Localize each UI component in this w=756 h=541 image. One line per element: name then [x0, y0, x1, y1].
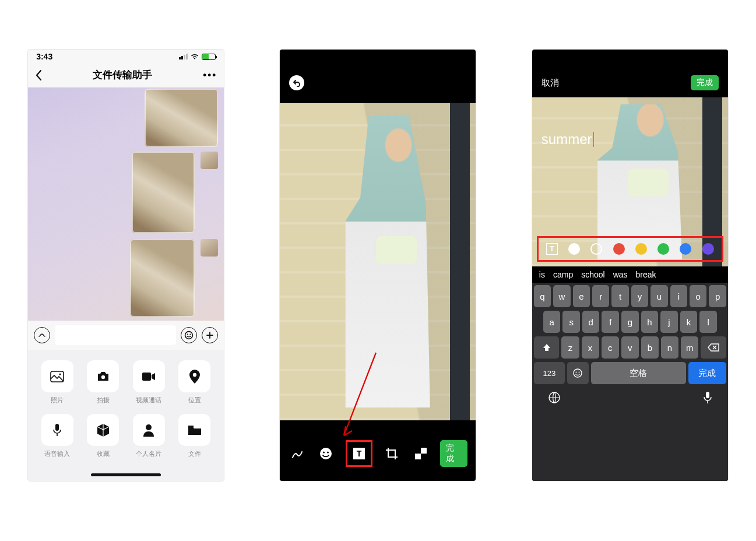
key-e[interactable]: e: [573, 285, 590, 307]
svg-point-22: [579, 372, 580, 373]
back-button[interactable]: [35, 69, 42, 81]
emoji-tool[interactable]: [317, 444, 335, 463]
key-i[interactable]: i: [670, 285, 687, 307]
camera-icon: [87, 360, 119, 392]
key-t[interactable]: t: [611, 285, 628, 307]
color-blue[interactable]: [680, 243, 691, 255]
key-o[interactable]: o: [690, 285, 706, 307]
svg-point-13: [323, 452, 325, 454]
key-n[interactable]: n: [661, 336, 678, 359]
space-key[interactable]: 空格: [591, 362, 686, 384]
draw-tool[interactable]: [288, 444, 306, 463]
attach-label: 位置: [188, 396, 201, 405]
color-black[interactable]: [590, 243, 602, 255]
cube-icon: [87, 414, 119, 446]
key-c[interactable]: c: [602, 336, 619, 359]
key-u[interactable]: u: [650, 285, 667, 307]
suggestion[interactable]: was: [613, 270, 628, 279]
more-button[interactable]: •••: [203, 69, 217, 81]
crop-tool[interactable]: [383, 444, 401, 463]
phone-text-input-editor: 取消 完成 summer T is camp school was break …: [532, 50, 728, 481]
editor-header: [280, 50, 476, 103]
key-l[interactable]: l: [699, 311, 717, 333]
suggestion[interactable]: camp: [553, 270, 573, 279]
key-j[interactable]: j: [660, 311, 678, 333]
emoji-button[interactable]: [181, 327, 197, 343]
plus-button[interactable]: [202, 327, 218, 343]
svg-rect-8: [55, 424, 59, 431]
text-input[interactable]: [55, 325, 176, 345]
message-image[interactable]: [145, 89, 218, 147]
key-x[interactable]: x: [582, 336, 599, 359]
globe-key[interactable]: [548, 391, 561, 404]
color-purple[interactable]: [702, 243, 714, 255]
text-editor-canvas[interactable]: summer T: [532, 97, 728, 266]
message-image[interactable]: [132, 152, 218, 233]
backspace-key[interactable]: [701, 336, 726, 359]
done-button[interactable]: 完成: [440, 440, 467, 467]
key-m[interactable]: m: [681, 336, 698, 359]
emoji-key[interactable]: [567, 362, 589, 384]
attach-favorites[interactable]: 收藏: [86, 414, 121, 458]
key-w[interactable]: w: [553, 285, 570, 307]
svg-rect-19: [421, 454, 427, 459]
avatar[interactable]: [201, 152, 218, 169]
avatar[interactable]: [201, 239, 218, 257]
editor-toolbar: T 完成: [280, 432, 476, 481]
typed-text[interactable]: summer: [541, 131, 595, 147]
color-yellow[interactable]: [635, 243, 647, 255]
text-tool[interactable]: T: [350, 444, 368, 463]
attach-camera[interactable]: 拍摄: [86, 360, 121, 405]
mosaic-tool[interactable]: [412, 444, 430, 463]
key-g[interactable]: g: [621, 311, 639, 333]
number-key[interactable]: 123: [534, 362, 565, 384]
attach-video-call[interactable]: 视频通话: [131, 360, 167, 405]
undo-button[interactable]: [289, 75, 304, 90]
suggestion[interactable]: school: [581, 270, 604, 279]
person-icon: [133, 414, 165, 446]
key-s[interactable]: s: [562, 311, 580, 333]
location-icon: [178, 360, 210, 392]
attach-file[interactable]: 文件: [177, 414, 213, 458]
suggestion[interactable]: break: [636, 270, 656, 279]
svg-point-12: [320, 448, 332, 459]
attach-contact-card[interactable]: 个人名片: [131, 414, 167, 458]
suggestion[interactable]: is: [539, 270, 545, 279]
voice-toggle-icon[interactable]: [34, 327, 50, 343]
key-v[interactable]: v: [621, 336, 639, 359]
color-white[interactable]: [568, 243, 580, 255]
key-h[interactable]: h: [641, 311, 659, 333]
key-z[interactable]: z: [561, 336, 579, 359]
attach-label: 拍摄: [97, 396, 110, 405]
attach-label: 收藏: [97, 449, 110, 458]
svg-rect-18: [415, 448, 421, 454]
key-d[interactable]: d: [582, 311, 600, 333]
color-red[interactable]: [613, 243, 625, 255]
color-green[interactable]: [657, 243, 669, 255]
svg-point-9: [146, 424, 152, 430]
svg-point-20: [574, 369, 582, 377]
message-image[interactable]: [130, 239, 218, 317]
key-k[interactable]: k: [680, 311, 698, 333]
key-y[interactable]: y: [631, 285, 648, 307]
keyboard-done-key[interactable]: 完成: [688, 362, 726, 384]
key-r[interactable]: r: [592, 285, 609, 307]
attach-photo[interactable]: 照片: [40, 360, 75, 405]
key-p[interactable]: p: [709, 285, 726, 307]
signal-icon: [179, 54, 188, 59]
attach-voice-input[interactable]: 语音输入: [40, 414, 75, 458]
done-button[interactable]: 完成: [691, 75, 719, 90]
key-f[interactable]: f: [602, 311, 619, 333]
key-b[interactable]: b: [641, 336, 659, 359]
key-q[interactable]: q: [534, 285, 551, 307]
chat-messages[interactable]: [28, 87, 224, 321]
text-style-toggle[interactable]: T: [546, 243, 558, 255]
editor-canvas[interactable]: [280, 103, 476, 420]
dictation-key[interactable]: [703, 391, 712, 404]
keyboard-footer: [534, 388, 726, 404]
attach-location[interactable]: 位置: [177, 360, 213, 405]
key-a[interactable]: a: [543, 311, 561, 333]
cancel-button[interactable]: 取消: [541, 78, 559, 89]
wifi-icon: [190, 54, 199, 60]
shift-key[interactable]: [534, 336, 560, 359]
